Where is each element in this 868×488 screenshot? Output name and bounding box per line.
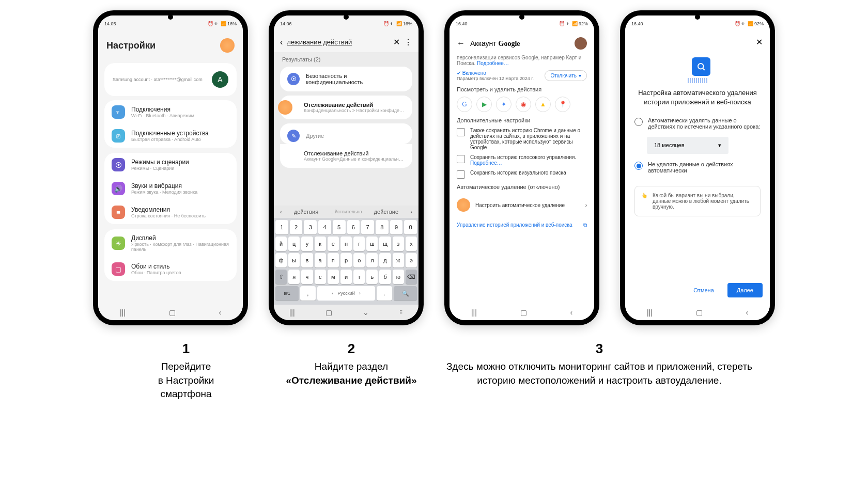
radio[interactable] (634, 118, 643, 126)
kb-key[interactable]: т (353, 270, 365, 284)
kb-key[interactable]: 8 (376, 220, 389, 234)
kb-key[interactable]: ь (366, 270, 378, 284)
app-icon[interactable]: ◉ (516, 97, 531, 112)
kb-key[interactable]: в (301, 253, 313, 267)
nav-recent[interactable]: ||| (120, 308, 126, 317)
next-button[interactable]: Далее (727, 283, 763, 297)
kb-key[interactable]: ж (393, 253, 404, 267)
kb-key[interactable]: б (379, 270, 391, 284)
item-display[interactable]: ☀ ДисплейЯркость · Комфорт для глаз · На… (104, 229, 237, 257)
nav-recent[interactable]: ||| (289, 308, 295, 317)
item-wallpaper[interactable]: ▢ Обои и стильОбои · Палитра цветов (104, 257, 237, 281)
nav-home[interactable]: ▢ (326, 308, 332, 317)
search-input[interactable]: леживание действий (287, 38, 389, 46)
activity-content[interactable]: персонализации сервисов Google, например… (450, 55, 594, 305)
nav-recent[interactable]: ||| (471, 308, 477, 317)
disable-button[interactable]: Отключить ▾ (545, 70, 587, 81)
item-notifications[interactable]: ≡ УведомленияСтрока состояния · Не беспо… (104, 200, 237, 224)
check-visual-history[interactable]: Сохранять историю визуального поиска (457, 170, 587, 179)
item-sounds[interactable]: 🔊 Звуки и вибрацияРежим звука · Мелодия … (104, 177, 237, 200)
kb-key[interactable]: ⌫ (406, 270, 417, 284)
kb-key[interactable]: л (366, 253, 378, 267)
result-activity-tracking[interactable]: Отслеживание действийКонфиденциальность … (280, 96, 412, 119)
kb-key[interactable]: ы (288, 253, 300, 267)
kb-key[interactable]: ч (301, 270, 313, 284)
kb-key[interactable]: ц (288, 237, 300, 251)
kb-key[interactable]: ф (275, 253, 287, 267)
kb-key[interactable]: е (328, 237, 339, 251)
kb-key[interactable]: щ (379, 237, 391, 251)
kb-key[interactable]: п (328, 253, 339, 267)
result-security[interactable]: ⦿ Безопасность и конфиденциальность (280, 67, 412, 91)
nav-back[interactable]: ‹ (570, 308, 572, 317)
kb-key[interactable]: и (340, 270, 352, 284)
avatar[interactable] (575, 37, 587, 50)
kb-comma[interactable]: , (300, 286, 316, 301)
kb-key[interactable]: 5 (333, 220, 346, 234)
kb-key[interactable]: н (340, 237, 352, 251)
kb-key[interactable]: с (315, 270, 326, 284)
avatar[interactable]: A (212, 71, 228, 88)
item-connected-devices[interactable]: ⎚ Подключенные устройстваБыстрая отправк… (104, 124, 237, 148)
kb-key[interactable]: з (393, 237, 404, 251)
kb-suggestions[interactable]: ‹ действия …йствительно действие › (274, 206, 419, 218)
kb-key[interactable]: 0 (404, 220, 417, 234)
result-activity-google[interactable]: Отслеживание действийАккаунт Google>Данн… (280, 144, 412, 168)
kb-key[interactable]: х (406, 237, 417, 251)
kb-key[interactable]: а (315, 253, 326, 267)
kb-key[interactable]: ш (366, 237, 378, 251)
cancel-button[interactable]: Отмена (684, 283, 723, 297)
back-icon[interactable]: ‹ (280, 38, 283, 47)
kb-period[interactable]: . (377, 286, 392, 301)
nav-recent[interactable]: ||| (647, 308, 653, 317)
kb-key[interactable]: 1 (275, 220, 288, 234)
clear-icon[interactable]: ✕ (393, 37, 400, 47)
check-chrome-history[interactable]: Также сохранять историю Chrome и данные … (457, 128, 587, 150)
app-icon[interactable]: ▶ (476, 97, 492, 112)
settings-list[interactable]: ᯤ ПодключенияWi-Fi · Bluetooth · Авиареж… (98, 100, 243, 305)
kb-key[interactable]: к (315, 237, 326, 251)
nav-kb[interactable]: ⠿ (399, 310, 403, 315)
keyboard[interactable]: 1234567890 йцукенгшщзх фывапролджэ ⇧ячсм… (274, 218, 419, 305)
kb-key[interactable]: 7 (361, 220, 374, 234)
item-connections[interactable]: ᯤ ПодключенияWi-Fi · Bluetooth · Авиареж… (104, 100, 237, 124)
back-icon[interactable]: ← (457, 39, 465, 48)
radio[interactable] (634, 162, 643, 170)
checkbox[interactable] (457, 170, 465, 179)
kb-key[interactable]: о (353, 253, 365, 267)
manage-history-link[interactable]: Управление историей приложений и веб-пои… (457, 217, 587, 233)
close-icon[interactable]: ✕ (756, 37, 763, 47)
nav-home[interactable]: ▢ (696, 308, 703, 317)
kb-space[interactable]: ‹ Русский › (317, 286, 375, 301)
kb-search[interactable]: 🔍 (394, 286, 417, 301)
kb-key[interactable]: 9 (390, 220, 403, 234)
kb-key[interactable]: й (275, 237, 287, 251)
kb-key[interactable]: р (340, 253, 352, 267)
kb-key[interactable]: э (406, 253, 417, 267)
nav-home[interactable]: ▢ (520, 308, 527, 317)
nav-home[interactable]: ▢ (169, 308, 176, 317)
samsung-account-card[interactable]: Samsung account · ata*********@gmail.com… (104, 63, 237, 96)
kb-key[interactable]: д (379, 253, 391, 267)
nav-back[interactable]: ‹ (746, 308, 748, 317)
check-voice-history[interactable]: Сохранять историю голосового управления.… (457, 154, 587, 166)
nav-back[interactable]: ‹ (219, 308, 221, 317)
nav-back[interactable]: ⌄ (363, 308, 369, 317)
kb-key[interactable]: м (328, 270, 339, 284)
kb-key[interactable]: 6 (347, 220, 360, 234)
kb-key[interactable]: г (353, 237, 365, 251)
radio-no-delete[interactable]: Не удалять данные о действиях автоматиче… (634, 161, 761, 174)
app-icon[interactable]: G (457, 97, 472, 112)
checkbox[interactable] (457, 155, 465, 163)
app-icon[interactable]: ✦ (496, 97, 512, 112)
kb-key[interactable]: 4 (318, 220, 331, 234)
kb-sym[interactable]: !#1 (275, 286, 299, 301)
auto-delete-row[interactable]: Настроить автоматическое удаление › (457, 193, 587, 217)
kb-key[interactable]: ю (393, 270, 404, 284)
kb-key[interactable]: я (288, 270, 300, 284)
app-icon[interactable]: ▲ (535, 97, 551, 112)
kb-key[interactable]: 2 (290, 220, 303, 234)
item-modes[interactable]: ⦿ Режимы и сценарииРежимы · Сценарии (104, 153, 237, 177)
kb-key[interactable]: у (301, 237, 313, 251)
app-icon[interactable]: 📍 (555, 97, 570, 112)
